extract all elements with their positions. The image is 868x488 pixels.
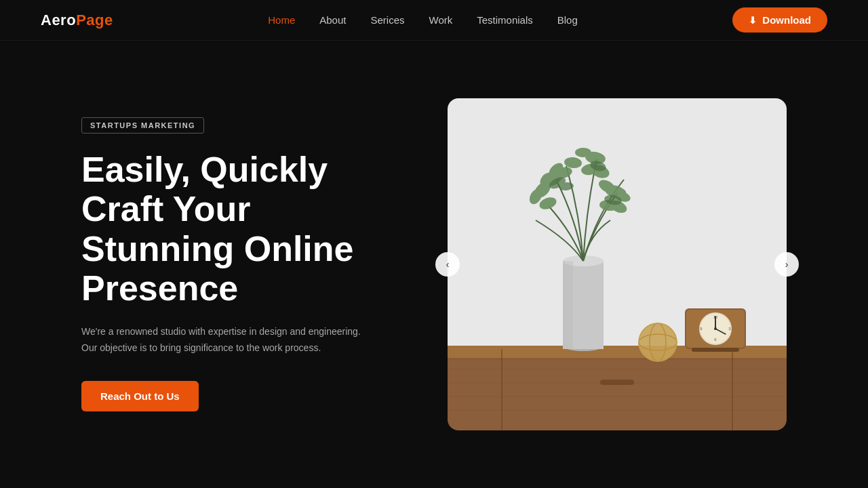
carousel-wrapper: 12 6 9 3 ‹ › — [448, 98, 787, 430]
nav-links: Home About Serices Work Testimonials Blo… — [268, 14, 578, 26]
nav-item-about[interactable]: About — [319, 14, 346, 26]
svg-point-47 — [714, 327, 717, 330]
hero-content: STARTUPS MARKETING Easily, Quickly Craft… — [81, 117, 434, 411]
svg-text:12: 12 — [713, 315, 718, 319]
nav-link-testimonials[interactable]: Testimonials — [477, 14, 533, 26]
logo-page: Page — [76, 12, 113, 29]
carousel-prev-button[interactable]: ‹ — [435, 252, 460, 277]
svg-rect-1 — [448, 349, 787, 430]
hero-image: 12 6 9 3 — [448, 98, 787, 430]
hero-description: We're a renowned studio with expertise i… — [81, 324, 366, 357]
svg-rect-52 — [692, 348, 739, 352]
carousel-next-button[interactable]: › — [774, 252, 799, 277]
download-button[interactable]: ⬇ Download — [732, 7, 827, 33]
chevron-left-icon: ‹ — [446, 259, 450, 270]
download-label: Download — [762, 14, 811, 26]
nav-item-blog[interactable]: Blog — [557, 14, 578, 26]
svg-rect-14 — [563, 261, 573, 349]
hero-section: STARTUPS MARKETING Easily, Quickly Craft… — [0, 41, 868, 488]
hero-image-area: 12 6 9 3 ‹ › — [434, 98, 787, 430]
svg-point-27 — [575, 148, 591, 157]
nav-item-serices[interactable]: Serices — [370, 14, 404, 26]
svg-rect-10 — [600, 380, 634, 385]
nav-link-blog[interactable]: Blog — [557, 14, 578, 26]
nav-link-about[interactable]: About — [319, 14, 346, 26]
nav-link-serices[interactable]: Serices — [370, 14, 404, 26]
navbar: Aero Page Home About Serices Work Testim… — [0, 0, 868, 41]
hero-badge: STARTUPS MARKETING — [81, 117, 204, 134]
logo: Aero Page — [41, 12, 113, 29]
chevron-right-icon: › — [785, 259, 789, 270]
nav-item-work[interactable]: Work — [429, 14, 453, 26]
nav-link-home[interactable]: Home — [268, 14, 295, 26]
nav-link-work[interactable]: Work — [429, 14, 453, 26]
cta-button[interactable]: Reach Out to Us — [81, 381, 199, 411]
download-icon: ⬇ — [749, 15, 757, 26]
hero-title: Easily, Quickly Craft Your Stunning Onli… — [81, 150, 407, 308]
nav-item-home[interactable]: Home — [268, 14, 295, 26]
nav-item-testimonials[interactable]: Testimonials — [477, 14, 533, 26]
logo-aero: Aero — [41, 12, 76, 29]
